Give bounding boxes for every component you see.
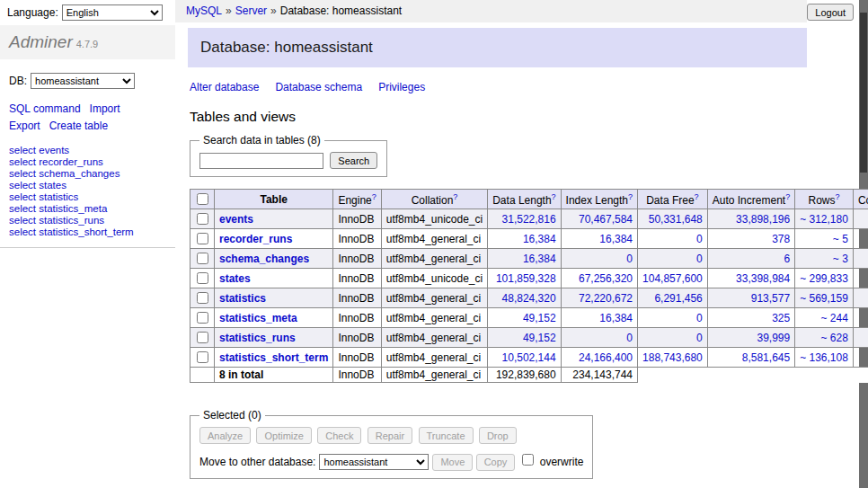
data-length-cell: 16,384 [488, 249, 561, 269]
data-length-link[interactable]: 31,522,816 [502, 213, 556, 226]
search-input[interactable] [199, 153, 323, 169]
help-icon[interactable]: ? [785, 192, 790, 201]
move-database-select[interactable]: homeassistant [319, 454, 429, 470]
breadcrumb-server[interactable]: Server [235, 4, 267, 17]
db-select[interactable]: homeassistant [31, 73, 135, 89]
data-free-link[interactable]: 0 [696, 253, 703, 265]
row-checkbox[interactable] [197, 351, 208, 363]
sidebar-item-select-statistics[interactable]: select statistics [9, 191, 166, 203]
sidebar-item-select-statistics-meta[interactable]: select statistics_meta [9, 203, 166, 215]
index-length-link[interactable]: 16,384 [599, 233, 633, 245]
auto-increment-link[interactable]: 378 [772, 233, 790, 245]
data-length-link[interactable]: 49,152 [523, 332, 556, 344]
sidebar-item-select-schema-changes[interactable]: select schema_changes [9, 168, 166, 180]
data-length-link[interactable]: 49,152 [523, 312, 556, 324]
table-link[interactable]: schema_changes [219, 253, 309, 265]
sidebar-item-select-events[interactable]: select events [9, 145, 166, 156]
data-free-link[interactable]: 0 [696, 332, 703, 344]
sql-command-link[interactable]: SQL command [9, 102, 81, 115]
rows-link[interactable]: ~ 628 [821, 332, 848, 344]
create-table-link-sidebar[interactable]: Create table [49, 120, 108, 132]
data-free-link[interactable]: 0 [696, 312, 703, 324]
sidebar-item-select-states[interactable]: select states [9, 180, 166, 191]
row-checkbox[interactable] [197, 233, 208, 244]
help-icon[interactable]: ? [372, 192, 376, 201]
index-length-link[interactable]: 72,220,672 [579, 292, 633, 305]
help-icon[interactable]: ? [695, 192, 699, 201]
table-link[interactable]: statistics_runs [219, 332, 296, 344]
help-icon[interactable]: ? [628, 192, 633, 201]
help-icon[interactable]: ? [552, 192, 556, 201]
row-checkbox[interactable] [197, 213, 208, 225]
data-free-link[interactable]: 6,291,456 [654, 292, 702, 305]
auto-increment-link[interactable]: 325 [772, 312, 790, 324]
index-length-link[interactable]: 0 [626, 332, 633, 344]
row-checkbox[interactable] [197, 292, 208, 304]
import-link[interactable]: Import [90, 102, 120, 115]
table-link[interactable]: states [219, 272, 251, 285]
data-length-link[interactable]: 48,824,320 [502, 292, 556, 305]
export-link[interactable]: Export [9, 120, 40, 132]
rows-link[interactable]: ~ 299,833 [800, 272, 848, 285]
optimize-button[interactable]: Optimize [256, 427, 311, 444]
rows-link[interactable]: ~ 3 [833, 253, 848, 265]
privileges-link[interactable]: Privileges [378, 81, 425, 93]
help-icon[interactable]: ? [836, 192, 840, 201]
auto-increment-link[interactable]: 33,398,984 [736, 272, 790, 285]
data-length-link[interactable]: 10,502,144 [502, 351, 556, 364]
rows-link[interactable]: ~ 136,108 [800, 351, 848, 364]
database-schema-link[interactable]: Database schema [275, 81, 362, 93]
row-checkbox[interactable] [197, 312, 208, 324]
repair-button[interactable]: Repair [368, 427, 412, 444]
sidebar-item-select-statistics-short-term[interactable]: select statistics_short_term [9, 226, 166, 238]
table-link[interactable]: statistics_meta [219, 312, 297, 324]
sidebar-item-select-recorder-runs[interactable]: select recorder_runs [9, 156, 166, 168]
data-length-link[interactable]: 16,384 [523, 253, 556, 265]
search-button[interactable]: Search [330, 152, 377, 169]
rows-link[interactable]: ~ 5 [833, 233, 848, 245]
data-free-link[interactable]: 0 [696, 233, 703, 245]
rows-link[interactable]: ~ 244 [821, 312, 848, 324]
table-link[interactable]: events [219, 213, 253, 226]
table-row: events InnoDB utf8mb4_unicode_ci 31,522,… [190, 209, 868, 229]
table-link[interactable]: statistics_short_term [219, 351, 328, 364]
engine-cell: InnoDB [333, 328, 381, 348]
rows-link[interactable]: ~ 569,159 [800, 292, 848, 305]
row-checkbox[interactable] [197, 272, 208, 284]
data-free-link[interactable]: 50,331,648 [649, 213, 703, 226]
help-icon[interactable]: ? [453, 192, 457, 201]
analyze-button[interactable]: Analyze [199, 427, 251, 444]
truncate-button[interactable]: Truncate [419, 427, 474, 444]
move-button[interactable]: Move [432, 454, 473, 471]
data-free-link[interactable]: 104,857,600 [642, 272, 703, 285]
select-all-checkbox[interactable] [197, 193, 208, 205]
index-length-link[interactable]: 67,256,320 [579, 272, 633, 285]
data-free-link[interactable]: 188,743,680 [642, 351, 703, 364]
breadcrumb-mysql[interactable]: MySQL [186, 4, 222, 17]
alter-database-link[interactable]: Alter database [190, 81, 259, 93]
overwrite-checkbox[interactable] [522, 454, 534, 466]
language-select[interactable]: English [62, 4, 163, 21]
scrollbar-thumb[interactable] [860, 13, 867, 173]
drop-button[interactable]: Drop [479, 427, 517, 444]
index-length-link[interactable]: 24,166,400 [579, 351, 633, 364]
rows-link[interactable]: ~ 312,180 [800, 213, 848, 226]
table-link[interactable]: statistics [219, 292, 266, 305]
auto-increment-link[interactable]: 913,577 [751, 292, 790, 305]
index-length-link[interactable]: 0 [626, 253, 633, 265]
auto-increment-link[interactable]: 6 [784, 253, 790, 265]
total-ghost-cell [853, 368, 868, 383]
index-length-link[interactable]: 16,384 [599, 312, 633, 324]
sidebar-item-select-statistics-runs[interactable]: select statistics_runs [9, 215, 166, 226]
auto-increment-link[interactable]: 33,898,196 [736, 213, 790, 226]
data-length-link[interactable]: 16,384 [523, 233, 556, 245]
index-length-link[interactable]: 70,467,584 [579, 213, 633, 226]
table-link[interactable]: recorder_runs [219, 233, 292, 245]
data-length-link[interactable]: 101,859,328 [496, 272, 556, 285]
auto-increment-link[interactable]: 39,999 [757, 332, 790, 344]
row-checkbox[interactable] [197, 332, 208, 343]
auto-increment-link[interactable]: 8,581,645 [742, 351, 790, 364]
row-checkbox[interactable] [197, 253, 208, 264]
check-button[interactable]: Check [317, 427, 361, 444]
copy-button[interactable]: Copy [476, 454, 516, 471]
